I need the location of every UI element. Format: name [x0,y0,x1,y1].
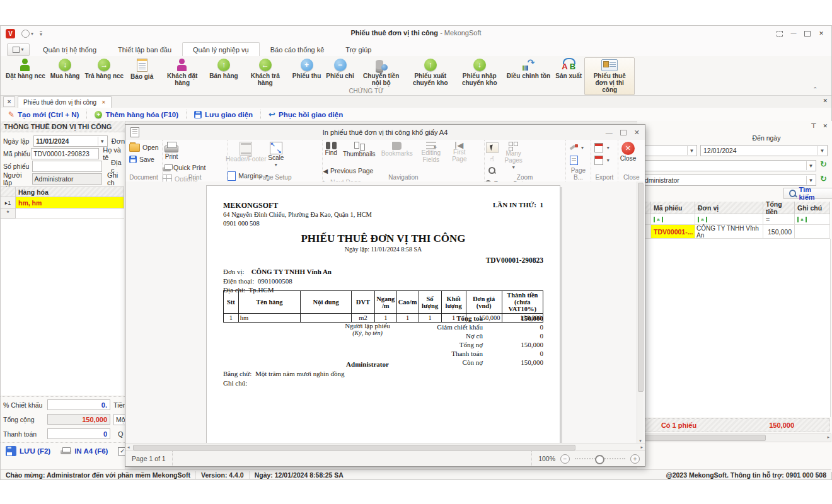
page-color-button[interactable] [570,155,585,165]
ribbon-ban-hang[interactable]: Bán hàng [207,57,241,81]
tab-thiet-lap-ban-dau[interactable]: Thiết lập ban đầu [107,42,182,56]
scale-button[interactable]: Scale▼ [266,140,286,168]
print-a4-button[interactable]: IN A4 (F6) [61,447,108,455]
save-button[interactable]: LƯU (F2) [6,446,50,456]
tab-bao-cao-thong-ke[interactable]: Báo cáo thống kê [260,42,335,56]
ribbon-chuyen-tien-noi-bo[interactable]: Chuyển tiền nội bộ [357,57,406,88]
ribbon-phieu-chi[interactable]: Phiếu chi [323,57,356,81]
ribbon-khach-dat-hang[interactable]: Khách đặt hàng [158,57,207,88]
save-layout-button[interactable]: Lưu giao diện [187,110,261,119]
ribbon-dieu-chinh-ton[interactable]: Điều chỉnh tồn [504,57,553,81]
print-button[interactable]: Print [163,140,180,160]
result-don-vi[interactable]: CÔNG TY TNHH Vĩnh An [695,225,763,239]
minimize-button[interactable]: — [789,29,799,38]
new-button[interactable]: ✎Tạo mới (Ctrl + N) [1,110,87,119]
dialog-minimize-button[interactable]: — [606,129,613,136]
from-date-combo[interactable]: ▼ [637,145,697,156]
ribbon-san-xuat[interactable]: Sản xuất [553,57,584,81]
ribbon-collapse-icon[interactable]: ⌃ [812,86,818,93]
refresh-icon[interactable]: ↻ [820,174,827,183]
column-header-ma-phieu[interactable]: Mã phiếu [651,202,695,214]
tab-close-left-button[interactable]: ✕ [3,96,15,107]
tab-tro-giup[interactable]: Trợ giúp [335,42,382,56]
restore-button[interactable] [802,29,812,38]
quick-print-button[interactable]: Quick Print [163,163,207,173]
filter-tong-tien[interactable]: = [763,214,795,225]
left-panel-header: THÔNG THUÊ ĐƠN VỊ THI CÔNG [1,121,125,132]
chevron-down-icon[interactable]: ▼ [818,146,826,155]
tab-quan-tri-he-thong[interactable]: Quản trị hệ thống [32,42,107,56]
close-button[interactable]: ✕ [816,29,826,38]
dialog-close-button[interactable]: ✕ [634,129,640,137]
filter-don-vi[interactable]: a [695,214,763,225]
result-tong-tien[interactable]: 150,000 [763,225,795,239]
ribbon-phieu-thu[interactable]: Phiếu thu [290,57,324,81]
ribbon-khach-tra-hang[interactable]: Khách trả hàng [241,57,290,88]
result-row[interactable]: TDV00001-... CÔNG TY TNHH Vĩnh An 150,00… [637,225,830,239]
column-header-ghi-chu[interactable]: Ghi chú [795,202,830,214]
zoom-slider[interactable] [575,458,625,459]
document-tab[interactable]: Phiếu thuê đơn vị thi công ✕ [18,96,112,108]
ribbon-phieu-xuat-chuyen-kho[interactable]: Phiếu xuất chuyển kho [406,57,455,88]
column-header-don-vi[interactable]: Đơn vị [695,202,763,214]
chevron-down-icon[interactable]: ▼ [687,146,696,155]
ribbon-phieu-nhap-chuyen-kho[interactable]: Phiếu nhập chuyển kho [455,57,504,88]
den-ngay-combo[interactable]: 12/01/2024▼ [700,145,828,156]
save-button[interactable]: Save [129,154,159,164]
user-combo[interactable]: Administrator▼ [637,175,816,186]
close-preview-button[interactable]: ✕Close [618,140,638,162]
tabstrip-close-right-button[interactable]: ✕ [823,98,828,104]
tab-quan-ly-nghiep-vu[interactable]: Quản lý nghiệp vụ [182,42,260,56]
open-button[interactable]: Open [129,142,159,152]
company-phone: 0901 000 508 [223,220,260,227]
zoom-slider-knob[interactable] [595,455,604,464]
zoom-out-control[interactable]: − [560,454,570,464]
item-row[interactable]: ▸1 hm, hm [1,197,124,209]
dialog-maximize-button[interactable] [620,130,627,135]
find-button[interactable]: Find [323,140,338,156]
refresh-icon[interactable]: ↻ [820,159,827,169]
restore-layout-button[interactable]: ↩Phục hồi giao diện [261,110,350,119]
ngay-lap-combo[interactable]: 11/01/2024▼ [33,135,107,147]
chevron-down-icon[interactable]: ▼ [98,137,107,146]
zoom-in-control[interactable]: + [630,454,640,464]
chiet-khau-input[interactable]: 0. [47,399,110,410]
ribbon-dat-hang-ncc[interactable]: Đặt hàng ncc [3,57,48,81]
tab-close-icon[interactable]: ✕ [101,100,106,105]
result-ghi-chu[interactable] [795,225,830,239]
preview-area[interactable]: MEKONGSOFT LẦN IN THỨ: 1 64 Nguyễn Đình … [125,181,645,444]
ribbon-mua-hang[interactable]: Mua hàng [48,57,83,81]
search-button[interactable]: Tìm kiếm [783,188,832,199]
ribbon-menu-button[interactable]: ▾ [7,43,30,56]
preview-vertical-scrollbar[interactable]: ▼ [637,181,644,444]
new-item-row[interactable]: * [1,209,124,219]
new-item-cell[interactable] [16,209,124,219]
horizontal-scrollbar[interactable]: ▸ [637,433,831,442]
thumbnails-button[interactable]: Thumbnails [341,140,378,158]
fullscreen-button[interactable] [775,29,785,38]
add-item-button[interactable]: Thêm hàng hóa (F10) [87,110,187,119]
watermark-button[interactable]: ▼ [570,142,585,152]
filter-combo-1[interactable]: ▼ [637,160,816,171]
coins-icon [375,59,388,71]
result-ma-phieu[interactable]: TDV00001-... [651,225,695,239]
pin-icon[interactable]: ⊤ [811,122,816,129]
pointer-tool-button[interactable] [486,142,499,153]
send-pdf-button[interactable]: ▼ [594,155,610,165]
column-header-hang-hoa[interactable]: Hàng hóa [16,186,124,197]
ma-phieu-input[interactable]: TDV00001-290823 [31,148,99,159]
panel-close-icon[interactable]: ✕ [823,123,828,129]
dialog-title-bar[interactable]: In phiếu thuê đơn vị thi công khổ giấy A… [125,125,645,140]
column-header-tong-tien[interactable]: Tổng tiền [763,202,795,214]
export-pdf-button[interactable]: ▼ [594,142,610,152]
so-phieu-input[interactable] [32,161,102,172]
chevron-down-icon[interactable]: ▼ [806,176,815,185]
ribbon-bao-gia[interactable]: Báo giá [126,57,158,81]
ribbon-tra-hang-ncc[interactable]: Trả hàng ncc [82,57,126,81]
filter-ghi-chu[interactable]: a [795,214,830,225]
item-cell-hang-hoa[interactable]: hm, hm [16,197,124,209]
filter-ma-phieu[interactable]: a [651,214,695,225]
thanh-toan-input[interactable]: 0 [47,428,110,439]
hand-tool-button[interactable]: ☝ [486,154,499,164]
chevron-down-icon[interactable]: ▼ [806,161,815,170]
